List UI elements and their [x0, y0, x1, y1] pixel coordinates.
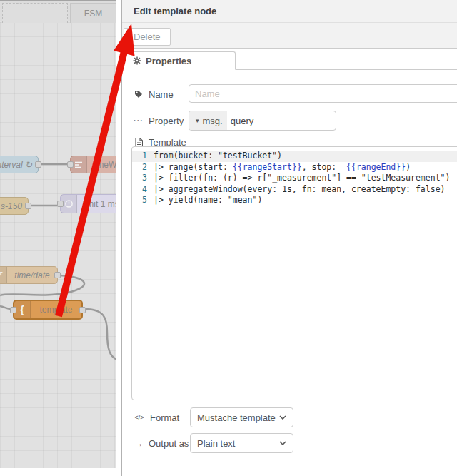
workspace-tab-fsm[interactable]: FSM [70, 3, 116, 23]
chevron-down-icon [279, 441, 286, 445]
chevron-down-icon [279, 415, 286, 420]
property-value[interactable]: query [227, 111, 254, 130]
gear-icon [133, 56, 141, 65]
code-line: 2|> range(start: {{rangeStart}}, stop: {… [132, 162, 457, 173]
node-s-150-output-port[interactable] [25, 203, 31, 209]
code-line: 1from(bucket: "testBucket") [132, 151, 457, 162]
tab-properties-label: Properties [146, 56, 191, 66]
node-limit-input-port[interactable] [57, 201, 64, 207]
arrow-right-icon: → [134, 438, 144, 449]
property-field-label: ··· Property [134, 111, 184, 131]
format-select-value: Mustache template [197, 412, 276, 423]
node-timedate[interactable]: f time/date [0, 266, 58, 284]
flow-canvas[interactable]: FSM interval ↻ sineW s-150 limit 1 ms [0, 0, 116, 476]
delete-button[interactable]: Delete [124, 28, 171, 46]
ellipsis-icon: ··· [134, 116, 144, 125]
tag-icon [134, 90, 144, 98]
code-line: 5|> yield(name: "mean") [132, 195, 457, 206]
node-s-150[interactable]: s-150 [0, 197, 29, 215]
node-template-input-port[interactable] [10, 307, 16, 313]
curly-brace-icon: { [14, 301, 31, 318]
tab-properties[interactable]: Properties [122, 51, 236, 70]
node-timedate-output-port[interactable] [54, 272, 61, 278]
code-line: 3|> filter(fn: (r) => r["_measurement"] … [132, 173, 457, 184]
node-limit-label: limit 1 ms [77, 199, 116, 209]
node-template[interactable]: { template [13, 300, 83, 320]
workspace-tab-blank[interactable] [2, 3, 68, 23]
format-field-label: </> Format [134, 407, 179, 427]
function-icon: f [0, 267, 7, 283]
node-template-output-port[interactable] [79, 307, 86, 313]
dialog-toolbar: Delete [122, 23, 457, 49]
file-code-icon [134, 138, 144, 147]
node-timedate-label: time/date [9, 270, 55, 280]
node-sinewave[interactable]: sineW [70, 156, 116, 173]
node-s-150-label: s-150 [0, 201, 28, 211]
caret-down-icon: ▾ [196, 117, 199, 124]
dialog-title: Edit template node [122, 0, 457, 23]
dialog-tabbar: Properties [122, 51, 457, 70]
canvas-horizontal-scrollbar-track [0, 468, 121, 476]
name-input[interactable] [189, 84, 457, 103]
node-sinewave-label: sineW [87, 160, 116, 170]
node-sinewave-input-port[interactable] [67, 161, 74, 168]
node-interval-label: interval ↻ [0, 160, 38, 170]
canvas-vertical-scrollbar-track [116, 0, 121, 476]
format-select[interactable]: Mustache template [190, 407, 293, 427]
node-interval-output-port[interactable] [35, 161, 41, 168]
screen: FSM interval ↻ sineW s-150 limit 1 ms [0, 0, 457, 476]
output-select[interactable]: Plain text [190, 433, 293, 453]
property-prefix-label: msg. [203, 116, 223, 126]
property-input[interactable]: ▾ msg. query [189, 111, 336, 131]
template-code-editor[interactable]: 1from(bucket: "testBucket")2|> range(sta… [131, 146, 457, 400]
code-brackets-icon: </> [134, 414, 145, 421]
property-type-dropdown[interactable]: ▾ msg. [189, 111, 227, 130]
output-field-label: → Output as [134, 433, 189, 453]
node-template-label: template [34, 305, 78, 315]
flow-wires [0, 0, 116, 476]
code-lines: 1from(bucket: "testBucket")2|> range(sta… [132, 151, 457, 206]
node-interval[interactable]: interval ↻ [0, 156, 39, 173]
name-field-label: Name [134, 84, 174, 104]
code-line: 4|> aggregateWindow(every: 1s, fn: mean,… [132, 184, 457, 196]
node-limit[interactable]: limit 1 ms [60, 194, 116, 213]
output-select-value: Plain text [197, 438, 235, 449]
workspace-tabbar: FSM [0, 0, 116, 21]
edit-node-dialog: Edit template node Delete Properties Nam… [121, 0, 457, 476]
